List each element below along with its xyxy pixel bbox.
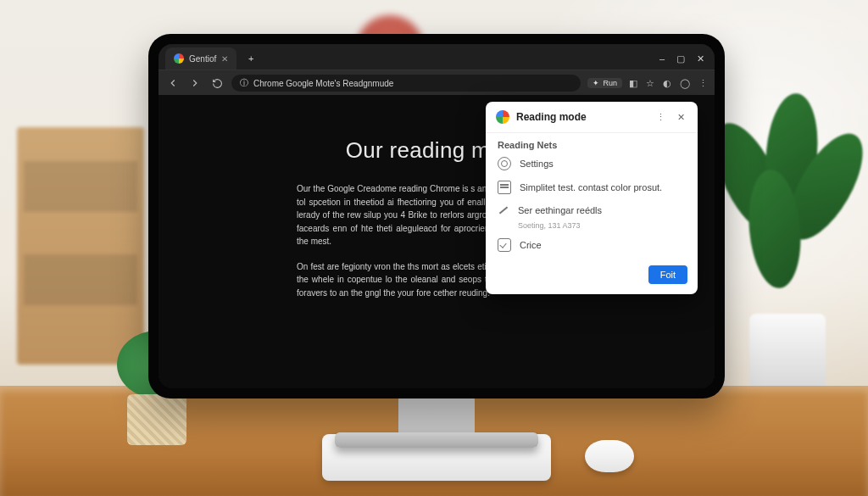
option-label: Ser eethingar reédls bbox=[518, 205, 602, 215]
extensions-area: ◧ ☆ ◐ ◯ ⋮ bbox=[629, 78, 708, 89]
close-window-button[interactable]: ✕ bbox=[697, 53, 704, 64]
back-button[interactable] bbox=[165, 75, 181, 91]
text-icon bbox=[498, 181, 511, 194]
maximize-button[interactable]: ▢ bbox=[676, 53, 685, 64]
toolbar: ⓘ Chrome Google Mote's Readgnmude ✦Run ◧… bbox=[159, 70, 715, 96]
mouse bbox=[585, 440, 634, 472]
extension-icon[interactable]: ◧ bbox=[629, 78, 637, 89]
option-edit[interactable]: Ser eethingar reédls bbox=[486, 199, 698, 221]
gear-icon bbox=[498, 157, 511, 170]
extension-icon[interactable]: ☆ bbox=[646, 78, 654, 89]
forward-button[interactable] bbox=[187, 75, 203, 91]
url-text: Chrome Google Mote's Readgnmude bbox=[253, 79, 393, 88]
chrome-logo-icon bbox=[496, 110, 509, 124]
option-label: Simplitet test. contast color prosut. bbox=[520, 182, 662, 192]
new-tab-button[interactable]: + bbox=[242, 49, 260, 68]
primary-button[interactable]: Foit bbox=[648, 265, 687, 284]
minimize-button[interactable]: – bbox=[659, 53, 665, 64]
site-info-icon[interactable]: ⓘ bbox=[240, 77, 248, 89]
button-label: Foit bbox=[660, 270, 676, 280]
browser-tab[interactable]: Gentiof ✕ bbox=[165, 47, 236, 70]
monitor: Gentiof ✕ + – ▢ ✕ bbox=[148, 34, 725, 398]
extension-icon[interactable]: ◐ bbox=[663, 78, 671, 89]
panel-more-icon[interactable]: ⋮ bbox=[654, 112, 667, 123]
window-controls: – ▢ ✕ bbox=[649, 53, 715, 70]
favicon-icon bbox=[174, 53, 184, 64]
address-bar[interactable]: ⓘ Chrome Google Mote's Readgnmude bbox=[231, 75, 581, 92]
option-label: Settings bbox=[520, 159, 554, 169]
option-choice[interactable]: Crice bbox=[486, 233, 698, 257]
action-chip[interactable]: ✦Run bbox=[587, 78, 622, 88]
panel-title: Reading mode bbox=[516, 111, 647, 123]
panel-header: Reading mode ⋮ ✕ bbox=[486, 102, 698, 133]
profile-icon[interactable]: ◯ bbox=[680, 78, 690, 89]
monitor-base bbox=[335, 432, 538, 448]
menu-icon[interactable]: ⋮ bbox=[698, 78, 708, 89]
browser-window: Gentiof ✕ + – ▢ ✕ bbox=[159, 44, 715, 388]
reload-button[interactable] bbox=[209, 75, 225, 91]
panel-close-icon[interactable]: ✕ bbox=[674, 112, 687, 123]
option-hint: Soeting, 131 A373 bbox=[486, 221, 698, 233]
screen: Gentiof ✕ + – ▢ ✕ bbox=[159, 44, 715, 388]
reading-mode-panel: Reading mode ⋮ ✕ Reading Nets Settings S… bbox=[486, 102, 698, 294]
option-label: Crice bbox=[520, 240, 542, 250]
panel-footer: Foit bbox=[486, 257, 698, 294]
tab-strip: Gentiof ✕ + – ▢ ✕ bbox=[159, 44, 715, 70]
room-background: Gentiof ✕ + – ▢ ✕ bbox=[0, 0, 868, 496]
close-tab-icon[interactable]: ✕ bbox=[221, 54, 228, 64]
check-icon bbox=[498, 238, 511, 252]
panel-subtitle: Reading Nets bbox=[486, 133, 698, 152]
tab-title: Gentiof bbox=[189, 54, 216, 64]
action-chip-label: Run bbox=[603, 79, 617, 87]
option-settings[interactable]: Settings bbox=[486, 152, 698, 176]
pencil-icon bbox=[498, 204, 509, 216]
option-simplify[interactable]: Simplitet test. contast color prosut. bbox=[486, 176, 698, 199]
